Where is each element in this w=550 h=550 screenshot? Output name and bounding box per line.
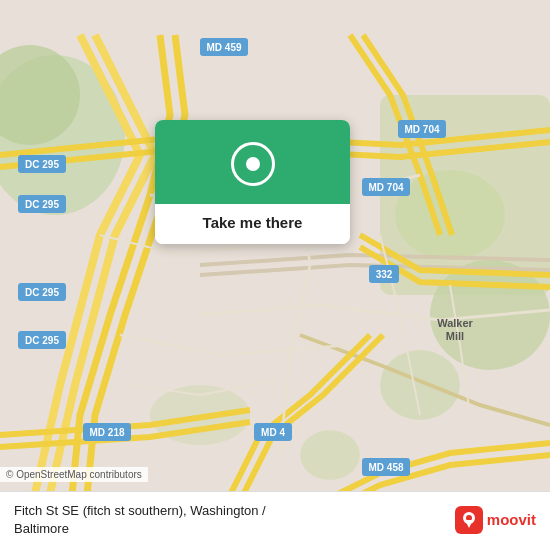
svg-text:Walker: Walker bbox=[437, 317, 473, 329]
copyright-text: © OpenStreetMap contributors bbox=[6, 469, 142, 480]
location-info: Fitch St SE (fitch st southern), Washing… bbox=[14, 502, 455, 538]
svg-point-5 bbox=[380, 350, 460, 420]
copyright-bar: © OpenStreetMap contributors bbox=[0, 467, 148, 482]
cta-card[interactable]: Take me there bbox=[155, 120, 350, 244]
cta-button-section[interactable]: Take me there bbox=[155, 204, 350, 244]
location-region: Baltimore bbox=[14, 520, 455, 538]
moovit-logo-icon bbox=[455, 506, 483, 534]
map-container: DC 295 DC 295 DC 295 DC 295 MD 459 MD 70… bbox=[0, 0, 550, 550]
svg-text:DC 295: DC 295 bbox=[25, 159, 59, 170]
location-pin-dot bbox=[246, 157, 260, 171]
cta-button-label[interactable]: Take me there bbox=[203, 214, 303, 231]
svg-text:MD 704: MD 704 bbox=[368, 182, 403, 193]
svg-text:MD 218: MD 218 bbox=[89, 427, 124, 438]
moovit-logo: moovit bbox=[455, 506, 536, 534]
location-pin-icon bbox=[231, 142, 275, 186]
svg-text:DC 295: DC 295 bbox=[25, 199, 59, 210]
svg-text:Mill: Mill bbox=[446, 330, 464, 342]
svg-text:MD 459: MD 459 bbox=[206, 42, 241, 53]
svg-text:332: 332 bbox=[376, 269, 393, 280]
svg-text:DC 295: DC 295 bbox=[25, 287, 59, 298]
svg-text:MD 4: MD 4 bbox=[261, 427, 285, 438]
svg-text:MD 458: MD 458 bbox=[368, 462, 403, 473]
svg-text:MD 704: MD 704 bbox=[404, 124, 439, 135]
location-name: Fitch St SE (fitch st southern), Washing… bbox=[14, 502, 455, 520]
cta-green-section bbox=[155, 120, 350, 204]
info-bar: Fitch St SE (fitch st southern), Washing… bbox=[0, 491, 550, 550]
svg-point-6 bbox=[300, 430, 360, 480]
svg-text:DC 295: DC 295 bbox=[25, 335, 59, 346]
svg-point-8 bbox=[395, 170, 505, 260]
moovit-brand-text: moovit bbox=[487, 511, 536, 528]
